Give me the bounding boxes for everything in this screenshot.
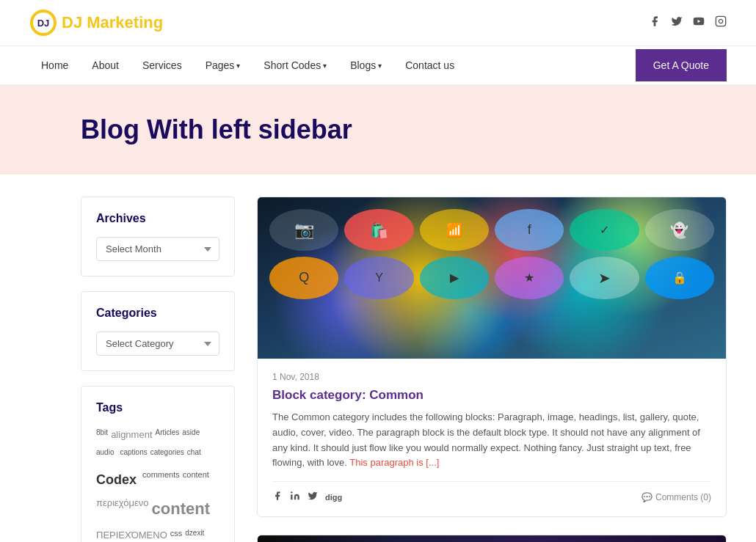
svg-text:DJ: DJ [37,18,50,29]
tags-title: Tags [96,401,219,414]
tag-articles[interactable]: Articles [156,426,180,443]
nav-item-pages[interactable]: Pages ▾ [194,46,252,84]
shortcodes-chevron: ▾ [323,62,327,70]
post-excerpt-1: The Common category includes the followi… [272,410,711,471]
tag-alignment[interactable]: alignment [111,426,152,443]
app-icon-check: ✓ [570,209,639,251]
main-content: Archives Select Month Categories Select … [0,175,756,542]
tag-periexomeno-big[interactable]: ΠΕΡΙΕΧΌΜΕΝΟ [96,527,167,542]
pages-chevron: ▾ [236,62,240,70]
post-card-1: 📷 🛍️ 📶 f ✓ 👻 Q Y ▶ ★ ➤ 🔒 1 Nov, 2018 Blo… [257,197,727,517]
archives-widget: Archives Select Month [81,197,235,277]
post-footer-1: digg 💬 Comments (0) [272,491,711,503]
post-comments-count[interactable]: 💬 Comments (0) [641,492,711,502]
nav-links: Home About Services Pages ▾ Short Codes … [29,46,466,84]
tag-content-big[interactable]: content [152,494,210,524]
app-icon-star: ★ [495,257,564,299]
app-icon-camera: 📷 [269,209,338,251]
tag-comments[interactable]: comments [142,468,180,491]
nav-item-shortcodes[interactable]: Short Codes ▾ [252,46,338,84]
post-digg-icon[interactable]: digg [325,493,342,502]
nav-item-about[interactable]: About [80,46,131,84]
tag-categories[interactable]: categories [150,446,184,464]
facebook-icon[interactable] [649,15,661,30]
main-nav: Home About Services Pages ▾ Short Codes … [0,45,756,85]
tag-8bit[interactable]: 8bit [96,426,108,443]
categories-select[interactable]: Select Category [96,332,219,356]
post-twitter-icon[interactable] [308,491,318,503]
sidebar: Archives Select Month Categories Select … [81,197,235,542]
app-icon-q: Q [269,257,338,299]
blog-posts-area: 📷 🛍️ 📶 f ✓ 👻 Q Y ▶ ★ ➤ 🔒 1 Nov, 2018 Blo… [257,197,727,542]
comment-bubble-icon: 💬 [641,492,653,502]
svg-point-7 [291,491,292,493]
app-icon-lock: 🔒 [645,257,714,299]
nav-item-blogs[interactable]: Blogs ▾ [338,46,393,84]
logo[interactable]: DJ DJ Marketing [29,9,163,37]
blogs-chevron: ▾ [378,62,382,70]
logo-text: DJ Marketing [62,13,163,32]
tag-chat[interactable]: chat [187,446,201,464]
twitter-icon[interactable] [671,15,683,30]
categories-widget: Categories Select Category [81,291,235,371]
app-icons-overlay: 📷 🛍️ 📶 f ✓ 👻 Q Y ▶ ★ ➤ 🔒 [258,197,726,359]
nav-item-home[interactable]: Home [29,46,80,84]
post-facebook-icon[interactable] [272,491,283,503]
top-header: DJ DJ Marketing [0,0,756,45]
tags-widget: Tags 8bit alignment Articles aside audio… [81,386,235,542]
hero-banner: Blog With left sidebar [0,85,756,175]
post-linkedin-icon[interactable] [290,491,300,503]
post-title-1[interactable]: Block category: Common [272,388,711,403]
app-icon-shop: 🛍️ [344,209,413,251]
tags-cloud: 8bit alignment Articles aside audio capt… [96,426,219,542]
app-icon-y: Y [344,257,413,299]
tag-audio[interactable]: audio [96,446,114,464]
app-icon-wifi: 📶 [420,209,489,251]
tag-codex[interactable]: Codex [96,468,137,491]
page-title: Blog With left sidebar [81,114,727,145]
logo-icon: DJ [29,9,57,37]
archives-select[interactable]: Select Month [96,237,219,261]
tag-captions[interactable]: captions [120,446,147,464]
app-icon-arrow: ➤ [570,257,639,299]
svg-rect-6 [291,494,292,499]
post-date-1: 1 Nov, 2018 [272,372,711,382]
post-featured-image-1: 📷 🛍️ 📶 f ✓ 👻 Q Y ▶ ★ ➤ 🔒 [258,197,726,359]
app-icon-ghost: 👻 [645,209,714,251]
tag-content[interactable]: content [183,468,209,491]
tag-css[interactable]: css [170,527,183,542]
instagram-icon[interactable] [715,15,727,30]
app-icon-play: ▶ [420,257,489,299]
svg-rect-4 [716,16,725,26]
youtube-icon[interactable] [693,15,705,30]
post-card-2 [257,535,727,542]
archives-title: Archives [96,212,219,225]
get-quote-button[interactable]: Get A Quote [636,49,727,81]
tag-aside[interactable]: aside [182,426,200,443]
post-body-1: 1 Nov, 2018 Block category: Common The C… [258,359,726,516]
app-icon-fb: f [495,209,564,251]
nav-item-contact[interactable]: Contact us [393,46,466,84]
social-icons-group [649,15,727,30]
categories-title: Categories [96,307,219,320]
tag-periexomeno-sm[interactable]: περιεχόμενο [96,494,149,524]
post-social-icons: digg [272,491,342,503]
post-excerpt-highlight: This paragraph is [...] [349,457,439,468]
tag-dzexit[interactable]: dzexit [185,527,204,542]
post-featured-image-2 [258,535,726,542]
post-divider [272,481,711,482]
nav-item-services[interactable]: Services [131,46,194,84]
